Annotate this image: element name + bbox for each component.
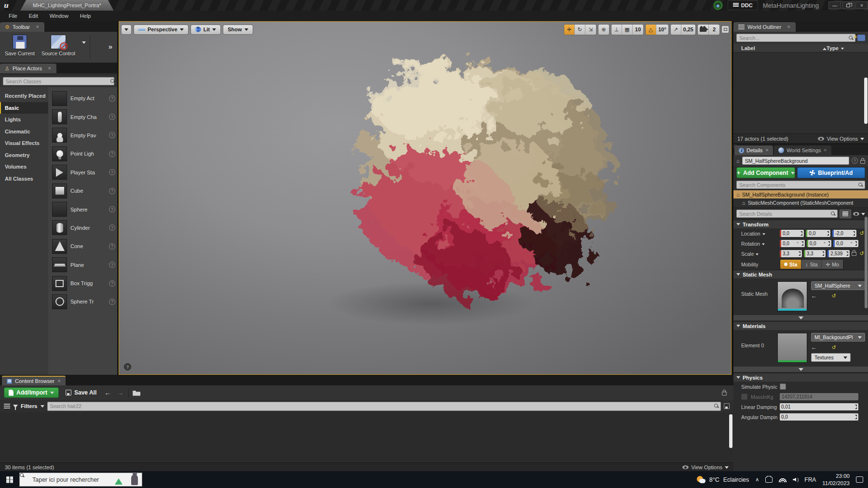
place-actors-tab[interactable]: ♙Place Actors✕ [0, 64, 56, 73]
close-icon[interactable]: ✕ [765, 148, 769, 153]
grid-snap-value[interactable]: 10 [633, 25, 643, 35]
display-filter-eye-icon[interactable] [853, 212, 859, 216]
place-item-player-sta[interactable]: Player Sta? [48, 163, 117, 182]
rotation-snap-value[interactable]: 10° [656, 25, 668, 35]
rotation-z-field[interactable]: 0,0° [833, 240, 858, 247]
outliner-search[interactable] [736, 34, 855, 42]
filters-caret[interactable] [41, 405, 44, 409]
location-label[interactable]: Location [733, 230, 780, 237]
help-icon[interactable]: ? [109, 188, 115, 194]
scale-lock-icon[interactable] [852, 252, 856, 256]
spinner-icon[interactable] [844, 251, 848, 256]
lock-icon[interactable] [860, 160, 865, 164]
section-expander[interactable] [733, 315, 868, 320]
help-icon[interactable]: ? [109, 299, 115, 305]
move-tool-button[interactable]: ✛ [564, 25, 575, 35]
place-item-empty-cha[interactable]: Empty Cha? [48, 107, 117, 126]
static-mesh-dropdown[interactable]: SM_HalfSphere [811, 281, 865, 290]
maximize-viewport-button[interactable] [721, 26, 729, 33]
scale-y-field[interactable]: 3,3 [804, 250, 826, 257]
search-classes-input[interactable] [3, 77, 114, 85]
mobility-stationary-button[interactable]: ↕Sta [801, 260, 822, 269]
linear-damping-field[interactable]: 0,01 [780, 403, 858, 410]
show-button[interactable]: Show [223, 25, 253, 35]
help-icon[interactable]: ? [109, 243, 115, 250]
source-control-button[interactable]: Source Control [41, 35, 75, 56]
mobility-static-button[interactable]: Sta [780, 260, 801, 269]
help-icon[interactable]: ? [109, 114, 115, 120]
viewport[interactable]: Perspective Lit Show ✛ ↻ ⇲ ⊕ ⊥ ▦ 10 △ 10… [119, 21, 732, 375]
notification-center-button[interactable] [856, 476, 863, 483]
wifi-icon[interactable] [779, 477, 787, 482]
scale-x-field[interactable]: 3,3 [780, 250, 802, 257]
category-geometry[interactable]: Geometry [0, 149, 48, 161]
property-matrix-button[interactable] [840, 210, 851, 218]
category-cinematic[interactable]: Cinematic [0, 126, 48, 138]
simulate-physics-checkbox[interactable] [780, 383, 786, 390]
outliner-view-options[interactable]: View Options [818, 135, 864, 142]
minimize-button[interactable]: — [828, 1, 841, 9]
spinner-icon[interactable] [800, 241, 803, 246]
physics-section-header[interactable]: Physics [733, 373, 868, 382]
search-details-input[interactable] [736, 210, 838, 218]
scale-label[interactable]: Scale [733, 251, 780, 257]
search-details[interactable] [736, 210, 838, 218]
place-item-point-ligh[interactable]: Point Ligh? [48, 145, 117, 163]
search-classes[interactable] [0, 75, 117, 87]
place-item-empty-pav[interactable]: Empty Pav? [48, 126, 117, 145]
menu-window[interactable]: Window [45, 12, 73, 20]
spinner-icon[interactable] [853, 241, 857, 246]
help-icon[interactable]: ? [109, 95, 115, 102]
reset-mesh-button[interactable]: ↺ [830, 293, 837, 299]
create-folder-button[interactable] [857, 35, 865, 41]
category-basic[interactable]: Basic [0, 102, 48, 114]
lit-button[interactable]: Lit [190, 25, 221, 35]
assets-scrollbar[interactable] [729, 414, 732, 448]
rotation-x-field[interactable]: 0,0° [780, 240, 805, 247]
type-column-header[interactable]: Type [827, 45, 868, 52]
help-icon[interactable]: ? [109, 224, 115, 231]
use-selected-button[interactable]: ← [811, 292, 817, 299]
tray-overflow-button[interactable]: ∧ [755, 476, 759, 483]
static-mesh-component-row[interactable]: ⌂StaticMeshComponent (StaticMeshComponen… [733, 198, 868, 208]
help-icon[interactable]: ? [109, 132, 115, 138]
forward-button[interactable]: → [116, 389, 124, 396]
taskbar-search[interactable]: Taper ici pour rechercher [19, 473, 142, 487]
volume-icon[interactable]: ) [793, 477, 798, 482]
menu-edit[interactable]: Edit [24, 12, 43, 20]
scale-z-field[interactable]: 2,539 [827, 250, 850, 257]
rotate-tool-button[interactable]: ↻ [575, 25, 585, 35]
close-icon[interactable]: ✕ [57, 379, 61, 383]
category-volumes[interactable]: Volumes [0, 161, 48, 173]
rotation-snap-button[interactable]: △ [646, 25, 656, 35]
add-import-button[interactable]: Add/Import [4, 387, 59, 398]
lock-content-browser-icon[interactable] [722, 392, 727, 396]
material-dropdown[interactable]: MI_BackgoundPl [811, 333, 865, 342]
world-local-toggle[interactable]: ⊕ [598, 25, 609, 35]
help-icon[interactable]: ? [852, 158, 858, 164]
category-visual-effects[interactable]: Visual Effects [0, 137, 48, 149]
viewport-help-button[interactable]: ? [124, 363, 131, 370]
component-instance-row[interactable]: ⌂SM_HalfSphereBackground (Instance) [733, 190, 868, 198]
place-item-cube[interactable]: Cube? [48, 182, 117, 200]
tablet-mode-icon[interactable] [765, 477, 773, 483]
search-components[interactable] [733, 179, 868, 190]
place-item-empty-act[interactable]: Empty Act? [48, 89, 117, 107]
spinner-icon[interactable] [825, 231, 829, 236]
category-all-classes[interactable]: All Classes [0, 173, 48, 185]
label-column-header[interactable]: Label [733, 45, 803, 51]
camera-speed-value[interactable]: 2 [709, 25, 719, 35]
scale-snap-button[interactable]: ↗ [671, 25, 681, 35]
grid-snap-button[interactable]: ▦ [622, 25, 633, 35]
location-x-field[interactable]: 0,0 [780, 230, 804, 237]
materials-section-header[interactable]: Materials [733, 321, 868, 330]
clock[interactable]: 23:0011/02/2023 [822, 473, 850, 487]
spinner-icon[interactable] [853, 405, 857, 409]
category-lights[interactable]: Lights [0, 114, 48, 126]
angular-damping-field[interactable]: 0,0 [780, 413, 858, 421]
help-icon[interactable]: ? [109, 280, 115, 287]
filter-caret[interactable] [861, 213, 865, 217]
start-button[interactable] [0, 471, 19, 488]
actor-name-input[interactable] [742, 157, 849, 165]
viewport-canvas[interactable] [119, 22, 731, 374]
